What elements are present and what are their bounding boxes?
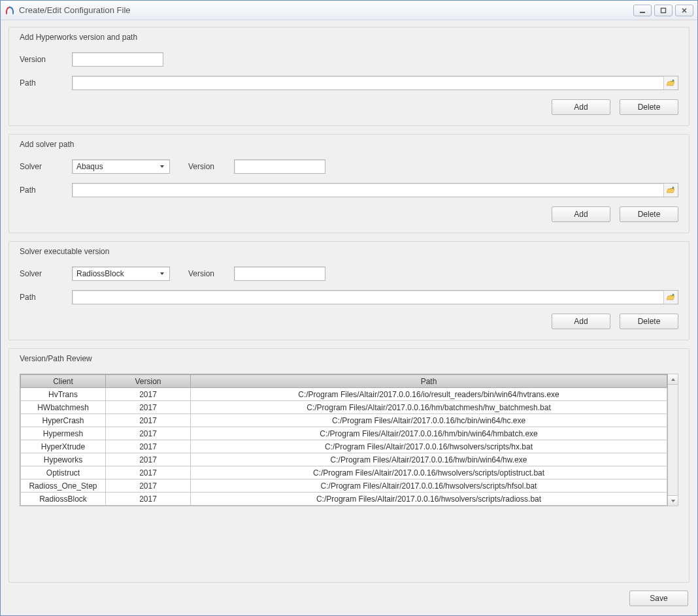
folder-open-icon — [667, 293, 676, 302]
chevron-down-icon — [158, 164, 167, 169]
sp-path-label: Path — [20, 186, 72, 195]
cell-version: 2017 — [106, 493, 191, 506]
save-button[interactable]: Save — [629, 591, 688, 606]
minimize-button[interactable] — [633, 5, 652, 16]
group-solver-exec-legend: Solver executable version — [20, 247, 678, 256]
cell-version: 2017 — [106, 453, 191, 466]
table-row[interactable]: HyperCrash2017C:/Program Files/Altair/20… — [21, 414, 667, 427]
cell-version: 2017 — [106, 479, 191, 493]
cell-client: HyperXtrude — [21, 440, 106, 453]
se-solver-value: RadiossBlock — [76, 269, 158, 278]
cell-version: 2017 — [106, 414, 191, 427]
cell-client: Radioss_One_Step — [21, 479, 106, 493]
hw-add-button[interactable]: Add — [552, 99, 610, 115]
se-path-label: Path — [20, 293, 72, 302]
table-row[interactable]: RadiossBlock2017C:/Program Files/Altair/… — [21, 493, 667, 506]
se-solver-combo[interactable]: RadiossBlock — [72, 267, 170, 281]
table-row[interactable]: HvTrans2017C:/Program Files/Altair/2017.… — [21, 388, 667, 401]
se-version-label: Version — [188, 269, 234, 278]
minimize-icon — [639, 7, 646, 14]
table-row[interactable]: Radioss_One_Step2017C:/Program Files/Alt… — [21, 479, 667, 493]
hw-version-input[interactable] — [72, 52, 163, 67]
group-solver-path: Add solver path Solver Abaqus Version Pa… — [8, 134, 690, 233]
maximize-button[interactable] — [654, 5, 673, 16]
sp-path-input[interactable] — [73, 184, 663, 197]
se-delete-button[interactable]: Delete — [620, 314, 678, 329]
cell-client: HyperCrash — [21, 414, 106, 427]
cell-client: HvTrans — [21, 388, 106, 401]
cell-version: 2017 — [106, 427, 191, 440]
close-icon — [681, 7, 688, 14]
sp-version-input[interactable] — [234, 159, 325, 174]
col-header-client[interactable]: Client — [21, 375, 106, 388]
svg-rect-0 — [640, 12, 645, 13]
sp-solver-value: Abaqus — [76, 162, 158, 171]
sp-solver-label: Solver — [20, 162, 72, 171]
cell-path: C:/Program Files/Altair/2017.0.0.16/hwso… — [191, 479, 667, 493]
cell-path: C:/Program Files/Altair/2017.0.0.16/hm/b… — [191, 401, 667, 414]
group-hyperworks: Add Hyperworks version and path Version … — [8, 27, 690, 126]
scroll-down-button[interactable] — [668, 495, 678, 506]
sp-solver-combo[interactable]: Abaqus — [72, 159, 170, 174]
vertical-scrollbar[interactable] — [668, 374, 678, 506]
review-table-wrap: Client Version Path HvTrans2017C:/Progra… — [20, 374, 668, 506]
table-row[interactable]: Optistruct2017C:/Program Files/Altair/20… — [21, 466, 667, 479]
folder-open-icon — [667, 78, 676, 88]
scrollbar-track[interactable] — [668, 385, 678, 495]
cell-path: C:/Program Files/Altair/2017.0.0.16/hwso… — [191, 493, 667, 506]
cell-path: C:/Program Files/Altair/2017.0.0.16/hm/b… — [191, 427, 667, 440]
cell-version: 2017 — [106, 401, 191, 414]
titlebar: Create/Edit Configuration File — [1, 1, 697, 20]
maximize-icon — [660, 7, 667, 14]
cell-path: C:/Program Files/Altair/2017.0.0.16/hwso… — [191, 440, 667, 453]
cell-client: HWbatchmesh — [21, 401, 106, 414]
chevron-down-icon — [158, 271, 167, 276]
window-frame: Create/Edit Configuration File Add Hyper… — [0, 0, 698, 616]
col-header-version[interactable]: Version — [106, 375, 191, 388]
se-version-input[interactable] — [234, 267, 325, 281]
sp-version-label: Version — [188, 162, 234, 171]
se-path-browse-button[interactable] — [663, 291, 678, 304]
cell-client: Optistruct — [21, 466, 106, 479]
col-header-path[interactable]: Path — [191, 375, 667, 388]
hw-path-browse-button[interactable] — [663, 76, 678, 89]
review-table[interactable]: Client Version Path HvTrans2017C:/Progra… — [20, 374, 667, 506]
close-button[interactable] — [675, 5, 693, 16]
hw-version-label: Version — [20, 55, 72, 64]
group-solver-exec: Solver executable version Solver Radioss… — [8, 241, 690, 340]
cell-client: Hypeworks — [21, 453, 106, 466]
cell-path: C:/Program Files/Altair/2017.0.0.16/hwso… — [191, 466, 667, 479]
cell-path: C:/Program Files/Altair/2017.0.0.16/hc/b… — [191, 414, 667, 427]
cell-version: 2017 — [106, 440, 191, 453]
sp-add-button[interactable]: Add — [552, 206, 610, 222]
cell-path: C:/Program Files/Altair/2017.0.0.16/hw/b… — [191, 453, 667, 466]
scroll-up-button[interactable] — [668, 374, 678, 385]
cell-version: 2017 — [106, 388, 191, 401]
hw-path-input[interactable] — [73, 76, 663, 89]
table-row[interactable]: Hypeworks2017C:/Program Files/Altair/201… — [21, 453, 667, 466]
cell-version: 2017 — [106, 466, 191, 479]
sp-path-browse-button[interactable] — [663, 184, 678, 197]
chevron-down-icon — [671, 498, 676, 504]
se-solver-label: Solver — [20, 269, 72, 278]
folder-open-icon — [667, 186, 676, 195]
svg-rect-1 — [661, 8, 666, 12]
hw-delete-button[interactable]: Delete — [620, 99, 678, 115]
cell-path: C:/Program Files/Altair/2017.0.0.16/io/r… — [191, 388, 667, 401]
group-review: Version/Path Review Client Version Path — [8, 348, 690, 583]
group-review-legend: Version/Path Review — [20, 354, 678, 363]
window-title: Create/Edit Configuration File — [19, 5, 131, 15]
chevron-up-icon — [671, 377, 676, 382]
table-row[interactable]: Hypermesh2017C:/Program Files/Altair/201… — [21, 427, 667, 440]
table-row[interactable]: HWbatchmesh2017C:/Program Files/Altair/2… — [21, 401, 667, 414]
se-path-input[interactable] — [73, 291, 663, 304]
se-add-button[interactable]: Add — [552, 314, 610, 329]
group-solver-path-legend: Add solver path — [20, 140, 678, 149]
group-hyperworks-legend: Add Hyperworks version and path — [20, 33, 678, 42]
app-icon — [5, 5, 15, 16]
cell-client: Hypermesh — [21, 427, 106, 440]
table-row[interactable]: HyperXtrude2017C:/Program Files/Altair/2… — [21, 440, 667, 453]
sp-delete-button[interactable]: Delete — [620, 206, 678, 222]
cell-client: RadiossBlock — [21, 493, 106, 506]
hw-path-label: Path — [20, 78, 72, 88]
